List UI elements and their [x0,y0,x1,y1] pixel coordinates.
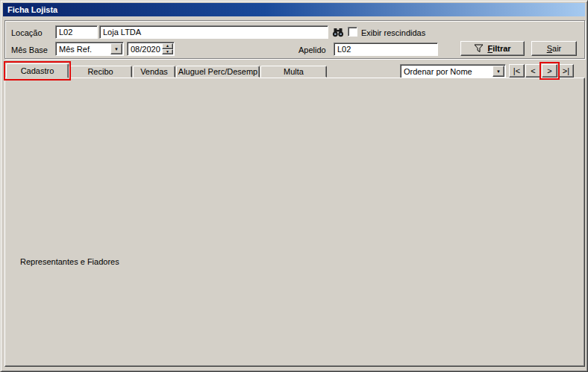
binoculars-icon [332,28,344,37]
search-binoculars-button[interactable] [331,26,345,38]
nav-first-icon: |< [513,66,520,75]
mes-date-value: 08/2020 [131,45,160,54]
representantes-title: Representantes e Fiadores [17,257,122,266]
sair-label: Sair [547,44,562,53]
window-title: Ficha Lojista [7,5,57,14]
mes-ref-dropdown[interactable]: Mês Ref. ▼ [55,42,124,56]
tab-multa[interactable]: Multa [260,66,327,78]
mes-ref-value: Mês Ref. [59,45,92,54]
tab-cadastro-label: Cadastro [21,66,54,75]
ficha-lojista-window: Ficha Lojista Locação L02 Loja LTDA Exib… [0,0,588,372]
nav-next-icon: > [547,66,551,75]
exibir-rescindidas-checkbox[interactable] [348,27,357,37]
locacao-name-value: Loja LTDA [103,28,141,37]
locacao-code-value: L02 [59,28,72,37]
tab-aluguel-label: Aluguel Perc/Desemp [178,67,257,76]
nav-last-icon: >| [563,66,569,75]
tab-vendas-label: Vendas [140,67,168,76]
chevron-down-icon[interactable]: ▼ [110,43,122,54]
cadastro-tab-page [4,78,585,367]
tab-aluguel-perc-desemp[interactable]: Aluguel Perc/Desemp [176,66,260,78]
nav-prev-icon: < [531,66,535,75]
nav-first-button[interactable]: |< [509,64,525,78]
mes-date-spinner[interactable]: 08/2020 ▲ ▼ [127,42,175,56]
nav-prev-button[interactable]: < [525,64,541,78]
filter-funnel-icon [474,44,484,53]
apelido-input[interactable]: L02 [334,42,438,56]
locacao-name-input[interactable]: Loja LTDA [99,25,328,39]
nav-last-button[interactable]: >| [558,64,574,78]
tab-recibo-label: Recibo [87,67,113,76]
apelido-label: Apelido [298,45,326,54]
sair-button[interactable]: Sair [531,41,577,56]
tab-vendas[interactable]: Vendas [133,66,175,78]
spinner-buttons: ▲ ▼ [162,43,173,54]
tab-multa-label: Multa [284,67,304,76]
locacao-label: Locação [11,28,43,37]
nav-next-button[interactable]: > [542,64,557,78]
spinner-down-icon[interactable]: ▼ [162,49,173,55]
ordenar-dropdown[interactable]: Ordenar por Nome ▼ [400,64,506,78]
ordenar-value: Ordenar por Nome [404,67,472,76]
chevron-down-icon[interactable]: ▼ [492,66,504,77]
title-bar[interactable]: Ficha Lojista [3,3,585,16]
tab-cadastro[interactable]: Cadastro [6,63,69,78]
spinner-up-icon[interactable]: ▲ [162,43,173,49]
exibir-rescindidas-label: Exibir rescindidas [361,28,425,37]
filtrar-button[interactable]: Filtrar [460,41,525,56]
filtrar-label: Filtrar [487,44,510,53]
mes-base-label: Mês Base [11,45,48,54]
apelido-value: L02 [337,45,351,54]
tab-recibo[interactable]: Recibo [69,66,132,78]
locacao-code-input[interactable]: L02 [55,25,98,39]
